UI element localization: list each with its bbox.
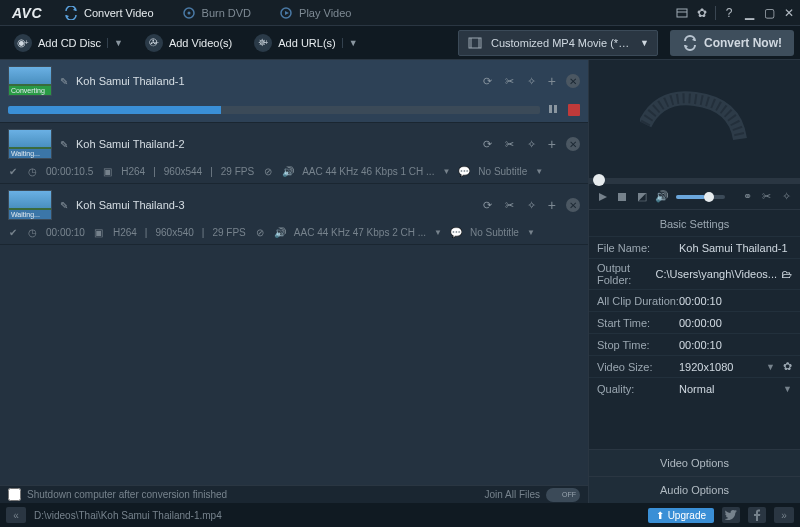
file-name-field[interactable]: Koh Samui Thailand-1: [679, 242, 792, 254]
video-icon: ▣: [101, 165, 113, 177]
settings-title: Basic Settings: [589, 214, 800, 236]
vcodec: H264: [113, 227, 137, 238]
volume-slider[interactable]: [676, 195, 726, 199]
file-list: Converting ✎ Koh Samui Thailand-1 ⟳ ✂ ✧ …: [0, 60, 588, 503]
scissors-icon[interactable]: ✂: [504, 199, 516, 211]
stop-time-field[interactable]: 00:00:10: [679, 339, 792, 351]
resolution: 960x544: [164, 166, 202, 177]
tab-burn-dvd[interactable]: Burn DVD: [168, 0, 266, 25]
chevron-down-icon[interactable]: ▼: [442, 167, 450, 176]
plus-icon[interactable]: +: [548, 197, 556, 213]
help-icon[interactable]: ?: [722, 6, 736, 20]
chevron-down-icon[interactable]: ▼: [527, 228, 535, 237]
remove-icon[interactable]: ✕: [566, 198, 580, 212]
chevron-down-icon[interactable]: ▼: [107, 38, 123, 48]
audio-options-tab[interactable]: Audio Options: [589, 476, 800, 503]
prev-button[interactable]: «: [6, 507, 26, 523]
chevron-down-icon[interactable]: ▼: [766, 362, 775, 372]
remove-icon[interactable]: ✕: [566, 74, 580, 88]
film-icon: [467, 35, 483, 51]
remove-icon[interactable]: ✕: [566, 137, 580, 151]
tab-label: Convert Video: [84, 7, 154, 19]
convert-now-button[interactable]: Convert Now!: [670, 30, 794, 56]
effects-icon[interactable]: ✧: [526, 199, 538, 211]
plus-icon[interactable]: +: [548, 73, 556, 89]
effects-icon[interactable]: ✧: [526, 138, 538, 150]
edit-icon[interactable]: ✎: [60, 76, 68, 87]
subtitle-icon: 💬: [450, 226, 462, 238]
gear-icon[interactable]: ✿: [783, 360, 792, 373]
plus-icon[interactable]: +: [548, 136, 556, 152]
setting-quality: Quality: Normal▼: [589, 377, 800, 399]
setting-all-clip-duration: All Clip Duration: 00:00:10: [589, 289, 800, 311]
add-videos-button[interactable]: ✇+ Add Video(s): [137, 30, 240, 56]
facebook-icon[interactable]: [748, 507, 766, 523]
check-icon[interactable]: ✔: [8, 227, 18, 237]
basic-settings-panel: Basic Settings File Name: Koh Samui Thai…: [589, 210, 800, 403]
video-options-tab[interactable]: Video Options: [589, 449, 800, 476]
add-urls-button[interactable]: ✵+ Add URL(s) ▼: [246, 30, 365, 56]
list-item[interactable]: Waiting... ✎ Koh Samui Thailand-3 ⟳ ✂ ✧ …: [0, 184, 588, 245]
link-icon[interactable]: ⚭: [741, 191, 753, 203]
chevron-down-icon[interactable]: ▼: [535, 167, 543, 176]
timeline-scrubber[interactable]: [589, 178, 800, 184]
enable-toggle-icon[interactable]: ⊘: [262, 165, 274, 177]
output-profile-dropdown[interactable]: Customized MP4 Movie (*.mp4) ▼: [458, 30, 658, 56]
enable-toggle-icon[interactable]: ⊘: [254, 226, 266, 238]
chevron-down-icon[interactable]: ▼: [783, 384, 792, 394]
scissors-icon[interactable]: ✂: [761, 191, 773, 203]
close-icon[interactable]: ✕: [782, 6, 796, 20]
duration: 00:00:10.5: [46, 166, 93, 177]
fps: 29 FPS: [221, 166, 254, 177]
profile-label: Customized MP4 Movie (*.mp4): [491, 37, 632, 49]
folder-icon[interactable]: 🗁: [781, 268, 792, 280]
add-cd-button[interactable]: ◉+ Add CD Disc ▼: [6, 30, 131, 56]
twitter-icon[interactable]: [722, 507, 740, 523]
gear-icon[interactable]: ✿: [695, 6, 709, 20]
list-item[interactable]: Waiting... ✎ Koh Samui Thailand-2 ⟳ ✂ ✧ …: [0, 123, 588, 184]
chevron-down-icon[interactable]: ▼: [434, 228, 442, 237]
chevron-down-icon[interactable]: ▼: [342, 38, 358, 48]
shutdown-checkbox[interactable]: [8, 488, 21, 501]
current-file-path: D:\videos\Thai\Koh Samui Thailand-1.mp4: [34, 510, 222, 521]
list-item[interactable]: Converting ✎ Koh Samui Thailand-1 ⟳ ✂ ✧ …: [0, 60, 588, 123]
duration: 00:00:10: [46, 227, 85, 238]
play-icon[interactable]: [597, 191, 609, 203]
stop-icon[interactable]: [568, 104, 580, 116]
quality-dropdown[interactable]: Normal: [679, 383, 714, 395]
svg-rect-9: [554, 105, 557, 113]
start-time-field[interactable]: 00:00:00: [679, 317, 792, 329]
join-toggle[interactable]: OFF: [546, 488, 580, 502]
check-icon[interactable]: ✔: [8, 166, 18, 176]
tab-play-video[interactable]: Play Video: [265, 0, 365, 25]
output-folder-field[interactable]: C:\Users\yangh\Videos...: [656, 268, 777, 280]
clock-icon: ◷: [26, 165, 38, 177]
edit-icon[interactable]: ✎: [60, 200, 68, 211]
scissors-icon[interactable]: ✂: [504, 138, 516, 150]
video-size-dropdown[interactable]: 1920x1080: [679, 361, 733, 373]
scrubber-knob[interactable]: [593, 174, 605, 186]
snapshot-icon[interactable]: ◩: [636, 191, 648, 203]
setting-video-size: Video Size: 1920x1080▼✿: [589, 355, 800, 377]
edit-icon[interactable]: ✎: [60, 139, 68, 150]
scissors-icon[interactable]: ✂: [504, 75, 516, 87]
refresh-icon[interactable]: ⟳: [482, 138, 494, 150]
minimize-icon[interactable]: ▁: [742, 6, 756, 20]
pause-icon[interactable]: [548, 104, 560, 116]
effects-icon[interactable]: ✧: [526, 75, 538, 87]
volume-icon[interactable]: 🔊: [656, 191, 668, 203]
film-roll-icon: [640, 84, 750, 154]
effects-icon[interactable]: ✧: [780, 191, 792, 203]
refresh-icon[interactable]: ⟳: [482, 199, 494, 211]
upgrade-button[interactable]: ⬆Upgrade: [648, 508, 714, 523]
resolution: 960x540: [155, 227, 193, 238]
video-icon: ▣: [93, 226, 105, 238]
next-button[interactable]: »: [774, 507, 794, 523]
refresh-icon[interactable]: ⟳: [482, 75, 494, 87]
tab-convert-video[interactable]: Convert Video: [50, 0, 168, 25]
stop-icon[interactable]: [617, 191, 629, 203]
burn-icon: [182, 6, 196, 20]
maximize-icon[interactable]: ▢: [762, 6, 776, 20]
toolbar-options-icon[interactable]: [675, 6, 689, 20]
thumbnail: Waiting...: [8, 190, 52, 220]
